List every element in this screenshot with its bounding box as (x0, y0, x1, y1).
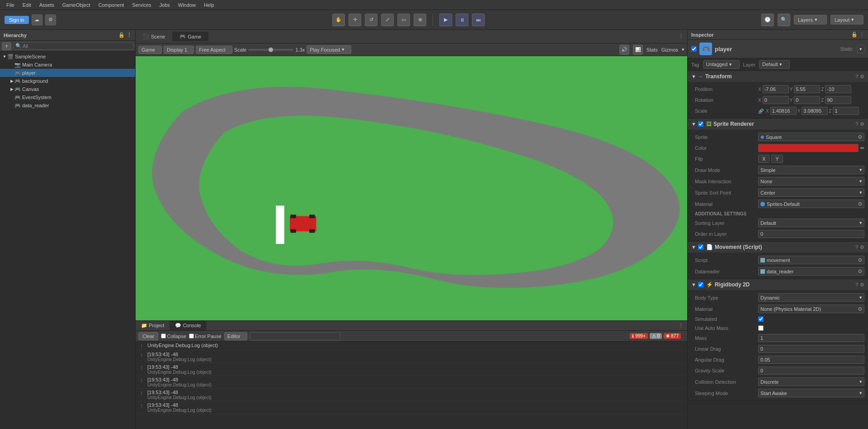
color-swatch[interactable] (758, 144, 859, 152)
hierarchy-item-background[interactable]: ▶ 🎮 background (0, 77, 135, 85)
console-entry-1[interactable]: ! [19:53:43] -48 UnityEngine.Debug:Log (… (136, 351, 687, 363)
layers-dropdown[interactable]: Layers ▾ (794, 15, 827, 24)
color-picker-icon[interactable]: ✏ (860, 145, 864, 151)
menu-window[interactable]: Window (175, 1, 199, 9)
console-entry-3[interactable]: ! [19:53:43] -48 UnityEngine.Debug:Log (… (136, 376, 687, 389)
move-tool[interactable]: ✛ (349, 14, 361, 26)
inspector-lock-icon[interactable]: 🔓 (851, 32, 858, 38)
hand-tool[interactable]: ✋ (332, 14, 345, 26)
transform-help-icon[interactable]: ? (855, 74, 858, 79)
order-in-layer-field[interactable] (758, 230, 864, 238)
rotate-tool[interactable]: ↺ (365, 14, 377, 26)
movement-script-header[interactable]: ▼ 📄 Movement (Script) ? ⚙ (688, 242, 868, 253)
movement-settings-icon[interactable]: ⚙ (860, 244, 864, 250)
console-entry-4[interactable]: ! [19:53:43] -48 UnityEngine.Debug:Log (… (136, 389, 687, 401)
layer-dropdown[interactable]: Default ▾ (759, 60, 790, 69)
material-field[interactable]: Sprites-Default ⊙ (758, 200, 864, 208)
hierarchy-item-eventsystem[interactable]: 🎮 EventSystem (0, 93, 135, 101)
datareader-target-icon[interactable]: ⊙ (858, 268, 862, 274)
error-pause-toggle[interactable] (189, 334, 194, 338)
datareader-field[interactable]: data_reader ⊙ (758, 267, 864, 276)
rotation-z[interactable] (825, 96, 851, 104)
error-pause-label[interactable]: Error Pause (195, 334, 222, 339)
scale-x[interactable] (770, 107, 797, 115)
material-target-icon[interactable]: ⊙ (858, 201, 862, 207)
rigidbody2d-enable[interactable] (698, 282, 703, 287)
mask-interaction-dropdown[interactable]: None ▾ (758, 177, 864, 186)
sign-in-button[interactable]: Sign in (5, 16, 29, 24)
sleeping-mode-dropdown[interactable]: Start Awake ▾ (758, 389, 864, 397)
sprite-renderer-settings-icon[interactable]: ⚙ (860, 121, 864, 127)
inspector-obj-name[interactable]: player (715, 46, 837, 52)
search-button[interactable]: 🔍 (778, 14, 790, 26)
rotation-x[interactable] (763, 96, 789, 104)
mass-field[interactable] (758, 334, 864, 342)
collapse-label[interactable]: Collapse (167, 334, 186, 339)
gravity-scale-field[interactable] (758, 367, 864, 375)
script-field[interactable]: movement ⊙ (758, 256, 864, 264)
console-entry-0[interactable]: ! UnityEngine.Debug:Log (object) (136, 342, 687, 351)
draw-mode-dropdown[interactable]: Simple ▾ (758, 166, 864, 174)
bottom-panel-menu-icon[interactable]: ⋮ (679, 323, 684, 329)
layout-dropdown[interactable]: Layout ▾ (830, 15, 863, 24)
script-target-icon[interactable]: ⊙ (858, 257, 862, 263)
mute-audio-button[interactable]: 🔊 (619, 45, 629, 55)
sprite-target-icon[interactable]: ⊙ (858, 134, 862, 140)
rigidbody2d-settings-icon[interactable]: ⚙ (860, 282, 864, 288)
sprite-renderer-enable[interactable] (698, 121, 703, 127)
hierarchy-add-button[interactable]: + (2, 42, 11, 50)
hierarchy-menu-icon[interactable]: ⋮ (127, 32, 132, 38)
sprite-renderer-help-icon[interactable]: ? (855, 121, 858, 127)
static-dropdown[interactable]: ▾ (857, 45, 864, 53)
sorting-layer-dropdown[interactable]: Default ▾ (758, 219, 864, 227)
cloud-button[interactable]: ☁ (32, 14, 42, 25)
editor-dropdown[interactable]: Editor (224, 332, 247, 340)
rb-material-field[interactable]: None (Physics Material 2D) ⊙ (758, 305, 864, 313)
menu-gameobject[interactable]: GameObject (59, 1, 94, 9)
console-entry-2[interactable]: ! [19:53:43] -48 UnityEngine.Debug:Log (… (136, 363, 687, 376)
game-tab[interactable]: 🎮 Game (172, 32, 208, 41)
sprite-renderer-header[interactable]: ▼ 🖼 Sprite Renderer ? ⚙ (688, 119, 868, 129)
active-checkbox[interactable] (691, 46, 697, 52)
collision-detection-dropdown[interactable]: Discrete ▾ (758, 377, 864, 386)
position-z[interactable] (825, 85, 851, 93)
rigidbody2d-header[interactable]: ▼ ⚡ Rigidbody 2D ? ⚙ (688, 279, 868, 290)
rigidbody2d-help-icon[interactable]: ? (855, 282, 858, 287)
simulated-checkbox[interactable] (758, 316, 764, 322)
stats-button[interactable]: 📊 (633, 45, 643, 55)
panel-options-icon[interactable]: ⋮ (679, 33, 684, 39)
gizmos-label[interactable]: Gizmos (661, 47, 678, 52)
sprite-field[interactable]: ◆ Square ⊙ (758, 133, 864, 141)
menu-help[interactable]: Help (200, 1, 218, 9)
display-dropdown[interactable]: Display 1 (164, 46, 194, 54)
scale-bar[interactable] (248, 49, 293, 51)
play-button[interactable]: ▶ (439, 14, 452, 26)
angular-drag-field[interactable] (758, 356, 864, 364)
aspect-dropdown[interactable]: Free Aspect (196, 46, 232, 54)
menu-jobs[interactable]: Jobs (156, 1, 174, 9)
rect-tool[interactable]: ▭ (397, 14, 410, 26)
transform-tool[interactable]: ⊕ (414, 14, 426, 26)
transform-header[interactable]: ▼ ↔ Transform ? ⚙ (688, 71, 868, 82)
game-dropdown[interactable]: Game (138, 46, 162, 54)
step-button[interactable]: ⏭ (472, 14, 485, 26)
body-type-dropdown[interactable]: Dynamic ▾ (758, 293, 864, 302)
history-button[interactable]: 🕐 (761, 14, 774, 26)
console-tab[interactable]: 💬 Console (170, 321, 206, 330)
movement-enable[interactable] (698, 244, 703, 250)
menu-assets[interactable]: Assets (36, 1, 58, 9)
tag-dropdown[interactable]: Untagged ▾ (703, 60, 740, 69)
position-x[interactable] (763, 85, 789, 93)
transform-settings-icon[interactable]: ⚙ (860, 74, 864, 80)
menu-file[interactable]: File (3, 1, 18, 9)
collapse-toggle[interactable] (161, 334, 166, 338)
menu-services[interactable]: Services (128, 1, 155, 9)
console-search-input[interactable] (250, 332, 340, 340)
linear-drag-field[interactable] (758, 345, 864, 353)
stats-label[interactable]: Stats (646, 47, 658, 52)
menu-component[interactable]: Component (94, 1, 127, 9)
flip-x-button[interactable]: X (758, 155, 769, 163)
movement-help-icon[interactable]: ? (855, 244, 858, 250)
hierarchy-item-datareader[interactable]: 🎮 data_reader (0, 101, 135, 110)
scene-tab[interactable]: ⬛ Scene (136, 32, 172, 41)
